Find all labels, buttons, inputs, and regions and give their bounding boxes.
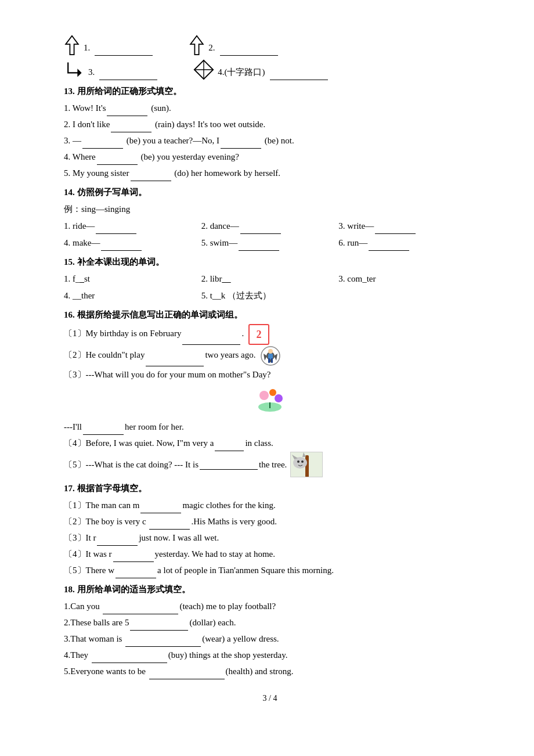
s17-item2: 〔2〕The boy is very c .His Maths is very … — [64, 514, 476, 530]
s16-item1: 〔1〕My birthday is on February. 2 — [64, 324, 476, 345]
svg-point-26 — [301, 460, 304, 463]
section-18: 18. 用所给单词的适当形式填空。 1.Can you (teach) me t… — [64, 582, 476, 679]
s13-blank5 — [131, 171, 171, 181]
s13-blank3a — [82, 138, 123, 149]
s16-item3b: ---I'llher room for her. — [64, 419, 476, 435]
s17-blank4 — [113, 552, 154, 562]
icon-item-2: 2. — [189, 35, 279, 56]
s18-blank1 — [103, 604, 178, 614]
s13-item1: 1. Wow! It's (sun). — [64, 100, 476, 116]
s13-item2: 2. I don't like (rain) days! It's too we… — [64, 117, 476, 132]
icon3-label: 3. — [88, 64, 95, 80]
s13-blank1 — [107, 106, 147, 116]
section14-grid1: 1. ride— 2. dance— 3. write— — [64, 218, 476, 234]
s14-item3: 3. write— — [338, 218, 476, 234]
s18-blank3 — [125, 636, 201, 647]
arrow-turn-icon — [64, 59, 85, 80]
section17-title: 17. 根据首字母填空。 — [64, 481, 476, 496]
s15-item3: 3. com_ter — [338, 271, 476, 287]
s18-blank4 — [92, 653, 167, 663]
icon-row-1: 1. 2. — [64, 35, 476, 56]
s16-item2: 〔2〕He couldn"t playtwo years ago. — [64, 345, 476, 366]
s18-item1: 1.Can you (teach) me to play football? — [64, 599, 476, 614]
icon3-blank — [99, 70, 157, 80]
s13-item3: 3. — (be) you a teacher?—No, I (be) not. — [64, 133, 476, 149]
page-footer: 3 / 4 — [64, 691, 476, 705]
calendar-icon: 2 — [248, 324, 269, 345]
soccer-icon — [260, 345, 281, 366]
section13-title: 13. 用所给词的正确形式填空。 — [64, 84, 476, 99]
cat-image — [290, 452, 323, 477]
svg-marker-2 — [77, 69, 81, 77]
s14-blank6 — [369, 240, 409, 251]
section16-title: 16. 根据所给提示信息写出正确的单词或词组。 — [64, 307, 476, 323]
s14-item5: 5. swim— — [201, 235, 339, 251]
s18-item2: 2.These balls are 5(dollar) each. — [64, 615, 476, 631]
icon1-label: 1. — [84, 40, 90, 56]
section-14: 14. 仿照例子写单词。 例：sing—singing 1. ride— 2. … — [64, 185, 476, 251]
s17-item5: 〔5〕There wa lot of people in Tian'anmen … — [64, 563, 476, 578]
s18-item5: 5.Everyone wants to be (health) and stro… — [64, 664, 476, 679]
arrow-up-icon — [64, 35, 80, 56]
s17-blank2 — [149, 519, 190, 530]
s14-blank5 — [239, 240, 279, 251]
section-16: 16. 根据所给提示信息写出正确的单词或词组。 〔1〕My birthday i… — [64, 307, 476, 477]
svg-point-25 — [297, 460, 300, 463]
s18-blank2 — [130, 620, 188, 631]
section-15: 15. 补全本课出现的单词。 1. f__st 2. libr__ 3. com… — [64, 254, 476, 304]
s16-item3a: 〔3〕---What will you do for your mum on m… — [64, 367, 476, 383]
mothers-day-image — [64, 384, 476, 418]
svg-rect-14 — [268, 358, 270, 363]
s13-item4: 4. Where (be) you yesterday evening? — [64, 149, 476, 165]
s14-blank1 — [96, 224, 136, 234]
s16-blank5 — [200, 459, 258, 470]
s17-item3: 〔3〕It rjust now. I was all wet. — [64, 530, 476, 546]
s14-blank2 — [240, 224, 281, 234]
section-13: 13. 用所给词的正确形式填空。 1. Wow! It's (sun). 2. … — [64, 84, 476, 181]
icon-item-1: 1. — [64, 35, 154, 56]
icon2-blank — [220, 45, 278, 56]
icon4-blank — [270, 70, 328, 80]
s14-item6: 6. run— — [338, 235, 476, 251]
s16-item5: 〔5〕---What is the cat doing? --- It isth… — [64, 452, 476, 477]
s17-blank5 — [116, 568, 156, 578]
svg-point-18 — [275, 394, 283, 402]
s15-item4: 4. __ther — [64, 288, 201, 304]
section15-title: 15. 补全本课出现的单词。 — [64, 254, 476, 270]
s13-blank3b — [221, 138, 261, 149]
icon2-label: 2. — [208, 40, 215, 56]
s16-item4: 〔4〕Before, I was quiet. Now, I"m very ai… — [64, 435, 476, 451]
section15-grid2: 4. __ther 5. t__k （过去式） — [64, 288, 476, 304]
svg-marker-9 — [274, 354, 277, 361]
s13-blank4 — [97, 154, 138, 165]
section-17: 17. 根据首字母填空。 〔1〕The man can mmagic cloth… — [64, 481, 476, 578]
s14-item1: 1. ride— — [64, 218, 201, 234]
s15-item5: 5. t__k （过去式） — [201, 288, 339, 304]
s14-blank4 — [101, 240, 142, 251]
svg-marker-10 — [264, 354, 267, 361]
s16-blank3 — [83, 424, 124, 435]
s15-item1: 1. f__st — [64, 271, 201, 287]
page-number: 3 / 4 — [263, 694, 277, 703]
s17-blank3 — [97, 535, 138, 546]
svg-marker-24 — [302, 452, 306, 457]
icon-item-4: 4.(十字路口) — [193, 59, 329, 80]
svg-rect-21 — [305, 455, 309, 477]
icon4-label: 4.(十字路口) — [218, 64, 265, 80]
icon-row-2: 3. 4.(十字路口) — [64, 59, 476, 80]
s16-blank4 — [215, 441, 244, 451]
svg-marker-1 — [190, 36, 203, 55]
s17-blank1 — [140, 503, 181, 513]
s18-item3: 3.That woman is (wear) a yellow dress. — [64, 631, 476, 647]
s18-item4: 4.They (buy) things at the shop yesterda… — [64, 647, 476, 663]
section15-grid1: 1. f__st 2. libr__ 3. com_ter — [64, 271, 476, 287]
s14-item2: 2. dance— — [201, 218, 339, 234]
s17-item1: 〔1〕The man can mmagic clothes for the ki… — [64, 498, 476, 513]
crossroad-icon — [193, 59, 214, 80]
section18-title: 18. 用所给单词的适当形式填空。 — [64, 582, 476, 597]
s17-item4: 〔4〕It was ryesterday. We had to stay at … — [64, 546, 476, 562]
section14-title: 14. 仿照例子写单词。 — [64, 185, 476, 200]
svg-point-16 — [259, 391, 269, 400]
icon-item-3: 3. — [64, 59, 158, 80]
s16-blank2 — [146, 356, 204, 366]
